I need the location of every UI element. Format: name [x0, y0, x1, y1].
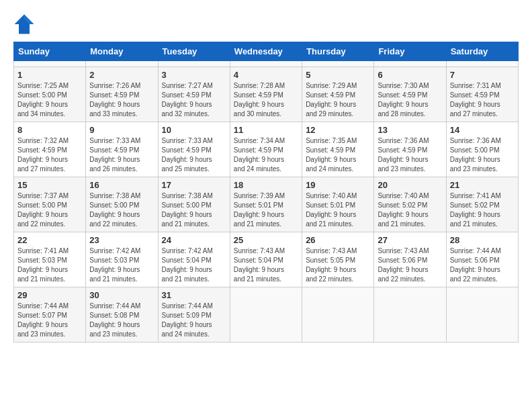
day-info: Sunrise: 7:31 AM Sunset: 4:59 PM Dayligh…: [450, 81, 515, 119]
day-cell: [230, 287, 302, 342]
day-number: 23: [89, 235, 154, 245]
day-info: Sunrise: 7:28 AM Sunset: 4:59 PM Dayligh…: [234, 81, 298, 119]
day-number: 21: [450, 180, 515, 190]
day-cell: 10Sunrise: 7:33 AM Sunset: 4:59 PM Dayli…: [158, 122, 230, 177]
day-info: Sunrise: 7:43 AM Sunset: 5:05 PM Dayligh…: [306, 246, 370, 284]
day-info: Sunrise: 7:44 AM Sunset: 5:06 PM Dayligh…: [450, 246, 515, 284]
header-cell-saturday: Saturday: [446, 42, 518, 61]
day-cell: [86, 61, 158, 67]
header-cell-friday: Friday: [374, 42, 446, 61]
week-row-4: 22Sunrise: 7:41 AM Sunset: 5:03 PM Dayli…: [14, 232, 519, 287]
day-cell: [374, 287, 446, 342]
day-cell: [446, 61, 518, 67]
day-cell: 5Sunrise: 7:29 AM Sunset: 4:59 PM Daylig…: [302, 67, 374, 122]
day-cell: 2Sunrise: 7:26 AM Sunset: 4:59 PM Daylig…: [86, 67, 158, 122]
day-info: Sunrise: 7:40 AM Sunset: 5:02 PM Dayligh…: [378, 191, 442, 229]
day-number: 17: [162, 180, 226, 190]
day-cell: 29Sunrise: 7:44 AM Sunset: 5:07 PM Dayli…: [14, 287, 86, 342]
day-cell: 28Sunrise: 7:44 AM Sunset: 5:06 PM Dayli…: [446, 232, 518, 287]
day-cell: 24Sunrise: 7:42 AM Sunset: 5:04 PM Dayli…: [158, 232, 230, 287]
day-info: Sunrise: 7:29 AM Sunset: 4:59 PM Dayligh…: [306, 81, 370, 119]
day-cell: [230, 61, 302, 67]
day-cell: 30Sunrise: 7:44 AM Sunset: 5:08 PM Dayli…: [86, 287, 158, 342]
day-cell: 14Sunrise: 7:36 AM Sunset: 5:00 PM Dayli…: [446, 122, 518, 177]
day-cell: 4Sunrise: 7:28 AM Sunset: 4:59 PM Daylig…: [230, 67, 302, 122]
day-cell: [158, 61, 230, 67]
day-number: 29: [17, 290, 82, 300]
day-number: 1: [17, 70, 82, 80]
day-info: Sunrise: 7:33 AM Sunset: 4:59 PM Dayligh…: [162, 136, 226, 174]
day-number: 18: [234, 180, 298, 190]
day-number: 4: [234, 70, 298, 80]
logo-icon: [13, 13, 35, 35]
day-number: 11: [234, 125, 298, 135]
day-number: 3: [162, 70, 226, 80]
day-number: 27: [378, 235, 442, 245]
day-number: 26: [306, 235, 370, 245]
day-info: Sunrise: 7:40 AM Sunset: 5:01 PM Dayligh…: [306, 191, 370, 229]
header-cell-sunday: Sunday: [14, 42, 86, 61]
day-number: 13: [378, 125, 442, 135]
header-cell-thursday: Thursday: [302, 42, 374, 61]
day-cell: 23Sunrise: 7:42 AM Sunset: 5:03 PM Dayli…: [86, 232, 158, 287]
day-cell: 27Sunrise: 7:43 AM Sunset: 5:06 PM Dayli…: [374, 232, 446, 287]
day-info: Sunrise: 7:43 AM Sunset: 5:06 PM Dayligh…: [378, 246, 442, 284]
header-cell-wednesday: Wednesday: [230, 42, 302, 61]
header-cell-monday: Monday: [86, 42, 158, 61]
day-cell: 9Sunrise: 7:33 AM Sunset: 4:59 PM Daylig…: [86, 122, 158, 177]
day-info: Sunrise: 7:44 AM Sunset: 5:08 PM Dayligh…: [89, 302, 154, 339]
day-number: 30: [89, 290, 154, 300]
day-number: 16: [89, 180, 154, 190]
week-row-0: [14, 61, 519, 67]
day-info: Sunrise: 7:38 AM Sunset: 5:00 PM Dayligh…: [89, 191, 154, 229]
day-info: Sunrise: 7:41 AM Sunset: 5:02 PM Dayligh…: [450, 191, 515, 229]
day-number: 12: [306, 125, 370, 135]
day-info: Sunrise: 7:36 AM Sunset: 5:00 PM Dayligh…: [450, 136, 515, 174]
page-header: [13, 13, 519, 35]
day-cell: 17Sunrise: 7:38 AM Sunset: 5:00 PM Dayli…: [158, 177, 230, 232]
day-cell: 26Sunrise: 7:43 AM Sunset: 5:05 PM Dayli…: [302, 232, 374, 287]
day-info: Sunrise: 7:30 AM Sunset: 4:59 PM Dayligh…: [378, 81, 442, 119]
day-cell: [302, 61, 374, 67]
week-row-3: 15Sunrise: 7:37 AM Sunset: 5:00 PM Dayli…: [14, 177, 519, 232]
logo: [13, 13, 38, 35]
day-number: 24: [162, 235, 226, 245]
calendar-table: SundayMondayTuesdayWednesdayThursdayFrid…: [13, 42, 519, 342]
day-info: Sunrise: 7:38 AM Sunset: 5:00 PM Dayligh…: [162, 191, 226, 229]
day-info: Sunrise: 7:33 AM Sunset: 4:59 PM Dayligh…: [89, 136, 154, 174]
day-cell: [374, 61, 446, 67]
week-row-5: 29Sunrise: 7:44 AM Sunset: 5:07 PM Dayli…: [14, 287, 519, 342]
day-info: Sunrise: 7:32 AM Sunset: 4:59 PM Dayligh…: [17, 136, 82, 174]
day-info: Sunrise: 7:25 AM Sunset: 5:00 PM Dayligh…: [17, 81, 82, 119]
day-number: 2: [89, 70, 154, 80]
day-number: 28: [450, 235, 515, 245]
day-info: Sunrise: 7:27 AM Sunset: 4:59 PM Dayligh…: [162, 81, 226, 119]
day-info: Sunrise: 7:35 AM Sunset: 4:59 PM Dayligh…: [306, 136, 370, 174]
day-cell: 1Sunrise: 7:25 AM Sunset: 5:00 PM Daylig…: [14, 67, 86, 122]
day-cell: 31Sunrise: 7:44 AM Sunset: 5:09 PM Dayli…: [158, 287, 230, 342]
day-number: 9: [89, 125, 154, 135]
day-number: 14: [450, 125, 515, 135]
header-cell-tuesday: Tuesday: [158, 42, 230, 61]
day-cell: 19Sunrise: 7:40 AM Sunset: 5:01 PM Dayli…: [302, 177, 374, 232]
day-number: 15: [17, 180, 82, 190]
day-number: 8: [17, 125, 82, 135]
day-cell: 11Sunrise: 7:34 AM Sunset: 4:59 PM Dayli…: [230, 122, 302, 177]
day-info: Sunrise: 7:41 AM Sunset: 5:03 PM Dayligh…: [17, 246, 82, 284]
day-cell: 25Sunrise: 7:43 AM Sunset: 5:04 PM Dayli…: [230, 232, 302, 287]
day-number: 22: [17, 235, 82, 245]
day-info: Sunrise: 7:43 AM Sunset: 5:04 PM Dayligh…: [234, 246, 298, 284]
day-number: 6: [378, 70, 442, 80]
day-info: Sunrise: 7:44 AM Sunset: 5:09 PM Dayligh…: [162, 302, 226, 339]
day-cell: 12Sunrise: 7:35 AM Sunset: 4:59 PM Dayli…: [302, 122, 374, 177]
day-info: Sunrise: 7:36 AM Sunset: 4:59 PM Dayligh…: [378, 136, 442, 174]
day-info: Sunrise: 7:26 AM Sunset: 4:59 PM Dayligh…: [89, 81, 154, 119]
day-number: 25: [234, 235, 298, 245]
day-cell: 7Sunrise: 7:31 AM Sunset: 4:59 PM Daylig…: [446, 67, 518, 122]
day-info: Sunrise: 7:39 AM Sunset: 5:01 PM Dayligh…: [234, 191, 298, 229]
week-row-2: 8Sunrise: 7:32 AM Sunset: 4:59 PM Daylig…: [14, 122, 519, 177]
day-cell: 22Sunrise: 7:41 AM Sunset: 5:03 PM Dayli…: [14, 232, 86, 287]
day-cell: [446, 287, 518, 342]
day-info: Sunrise: 7:44 AM Sunset: 5:07 PM Dayligh…: [17, 302, 82, 339]
day-number: 31: [162, 290, 226, 300]
